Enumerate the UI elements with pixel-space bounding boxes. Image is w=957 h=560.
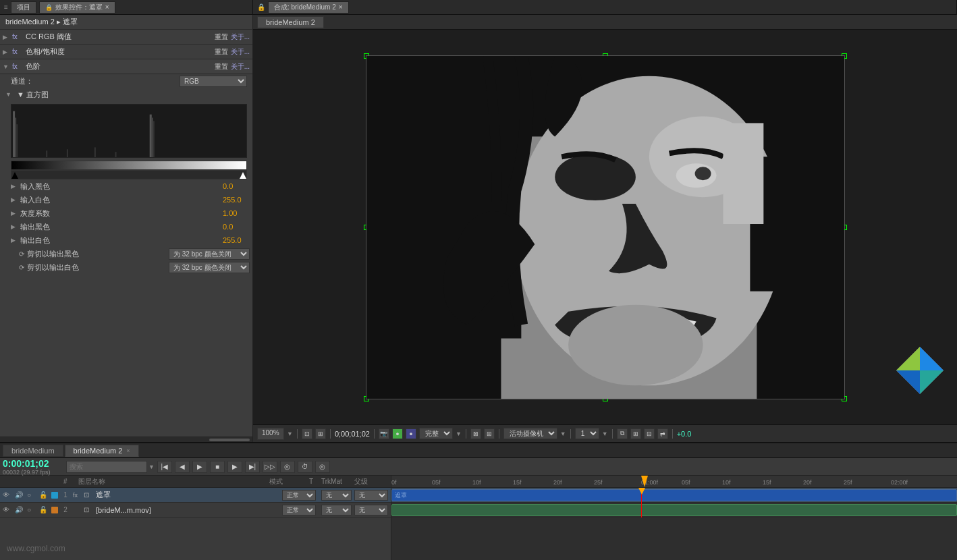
- safe-zones-icon[interactable]: ⊞: [315, 428, 326, 439]
- hue-sat-row[interactable]: ▶ fx 色相/饱和度 重置 关于...: [0, 45, 252, 59]
- comp-view-tab[interactable]: brideMedium 2: [257, 16, 324, 28]
- comp-tab[interactable]: 合成: brideMedium 2 ×: [268, 1, 349, 13]
- quality-arrow[interactable]: ▼: [456, 430, 462, 437]
- layer2-audio[interactable]: 🔊: [15, 506, 24, 513]
- color2-icon[interactable]: ●: [406, 428, 416, 439]
- hue-sat-fx-label: fx: [12, 48, 23, 55]
- camera-arrow[interactable]: ▼: [560, 430, 566, 437]
- levels-about[interactable]: 关于...: [231, 62, 250, 72]
- layer2-clip[interactable]: [391, 504, 957, 516]
- input-slider[interactable]: [11, 170, 247, 179]
- effect-controls-tab[interactable]: 🔒 效果控件：遮罩 ×: [39, 1, 115, 13]
- levels-arrow[interactable]: ▼: [3, 63, 9, 70]
- tool4-icon[interactable]: ⇄: [657, 428, 668, 439]
- search-input[interactable]: [66, 461, 147, 473]
- clip-black-select[interactable]: 为 32 bpc 颜色关闭: [169, 248, 250, 260]
- project-tab[interactable]: 项目: [11, 1, 36, 13]
- color-icon[interactable]: ●: [392, 428, 403, 439]
- layer-2-row[interactable]: 👁 🔊 ○ 🔓 2 ⊡ [brideM...m.mov] 正常 无 无: [0, 503, 391, 517]
- input-white-value[interactable]: 255.0: [223, 196, 250, 204]
- view-select[interactable]: 1: [575, 428, 599, 439]
- cc-rgb-row[interactable]: ▶ fx CC RGB 阈值 重置 关于...: [0, 30, 252, 45]
- view-arrow[interactable]: ▼: [602, 430, 608, 437]
- layer1-lock[interactable]: 🔓: [39, 491, 49, 499]
- fit-icon[interactable]: ⊡: [302, 428, 312, 439]
- hue-sat-about[interactable]: 关于...: [231, 47, 250, 57]
- comp-image-wrapper[interactable]: [366, 55, 845, 399]
- levels-row-header[interactable]: ▼ fx 色阶 重置 关于...: [0, 59, 252, 74]
- histogram-expand-arrow[interactable]: ▼: [5, 91, 11, 98]
- input-white-arrow[interactable]: ▶: [11, 196, 18, 203]
- first-frame-btn[interactable]: |◀: [157, 461, 172, 473]
- layer1-submode[interactable]: 无: [354, 490, 388, 501]
- tool-btn-3[interactable]: ◎: [315, 461, 330, 473]
- tool-btn-2[interactable]: ⏱: [298, 461, 312, 473]
- ram-preview-btn[interactable]: ▷▷: [263, 461, 277, 473]
- clip-black-cycle[interactable]: ⟳: [19, 250, 24, 258]
- clip-white-cycle[interactable]: ⟳: [19, 264, 24, 271]
- layer1-audio[interactable]: 🔊: [15, 491, 24, 499]
- camera-select[interactable]: 活动摄像机: [503, 428, 557, 439]
- layer1-eye[interactable]: 👁: [3, 491, 12, 499]
- quality-select[interactable]: 完整: [419, 428, 453, 439]
- layer2-lock[interactable]: 🔓: [39, 506, 49, 513]
- hue-sat-arrow[interactable]: ▶: [3, 49, 9, 55]
- output-black-arrow[interactable]: ▶: [11, 223, 18, 230]
- output-black-value[interactable]: 0.0: [223, 223, 250, 231]
- layer1-clip[interactable]: 遮罩: [391, 489, 957, 501]
- search-dropdown-arrow[interactable]: ▼: [148, 464, 155, 470]
- input-black-value[interactable]: 0.0: [223, 182, 250, 190]
- levels-reset[interactable]: 重置: [215, 62, 228, 72]
- layer2-clips[interactable]: [391, 503, 957, 517]
- prev-frame-btn[interactable]: ◀: [175, 461, 190, 473]
- layer2-submode[interactable]: 无: [354, 505, 388, 515]
- play-btn[interactable]: ▶: [192, 461, 207, 473]
- layer1-solo[interactable]: ○: [27, 491, 36, 499]
- bride-medium2-tab[interactable]: brideMedium 2 ×: [65, 445, 139, 457]
- output-white-arrow[interactable]: ▶: [11, 237, 18, 244]
- tool2-icon[interactable]: ⊞: [630, 428, 641, 439]
- layer2-name[interactable]: [brideM...m.mov]: [96, 506, 279, 514]
- output-white-row: ▶ 输出白色 255.0: [0, 233, 252, 247]
- cc-rgb-about[interactable]: 关于...: [231, 32, 250, 42]
- output-white-value[interactable]: 255.0: [223, 236, 250, 244]
- svg-marker-28: [920, 347, 944, 370]
- tool1-icon[interactable]: ⧉: [617, 428, 628, 439]
- cc-rgb-reset[interactable]: 重置: [215, 32, 228, 42]
- camera-icon[interactable]: 📷: [379, 428, 389, 439]
- timecode-display[interactable]: 0:00:01;02: [3, 458, 63, 469]
- next-frame-btn[interactable]: ▶: [227, 461, 242, 473]
- layer2-solo[interactable]: ○: [27, 506, 36, 513]
- grid-icon[interactable]: ⊞: [484, 428, 495, 439]
- gamma-arrow[interactable]: ▶: [11, 210, 18, 217]
- zoom-dropdown-arrow[interactable]: ▼: [287, 430, 293, 437]
- layer-1-row[interactable]: 👁 🔊 ○ 🔓 1 fx ⊡ 遮罩 正常 无 无: [0, 488, 391, 503]
- cc-rgb-arrow[interactable]: ▶: [3, 34, 9, 40]
- last-frame-btn[interactable]: ▶|: [245, 461, 260, 473]
- svg-rect-3: [15, 118, 16, 158]
- input-black-arrow[interactable]: ▶: [11, 183, 18, 190]
- close-icon[interactable]: ×: [105, 3, 109, 11]
- gamma-value[interactable]: 1.00: [223, 209, 250, 217]
- channel-select[interactable]: RGB 红色 绿色 蓝色: [180, 76, 247, 87]
- layer1-trkmat[interactable]: 无: [321, 490, 352, 501]
- bride-medium-tab[interactable]: brideMedium: [3, 445, 63, 457]
- layer2-eye[interactable]: 👁: [3, 506, 12, 513]
- layer1-name[interactable]: 遮罩: [96, 490, 279, 500]
- comp-close-icon[interactable]: ×: [339, 3, 343, 11]
- tool3-icon[interactable]: ⊟: [644, 428, 655, 439]
- hue-sat-reset[interactable]: 重置: [215, 47, 228, 57]
- layer2-trkmat[interactable]: 无: [321, 505, 352, 515]
- gradient-bar[interactable]: [11, 161, 247, 170]
- layer1-mode[interactable]: 正常: [282, 490, 316, 501]
- comp-timecode[interactable]: 0;00;01;02: [335, 430, 370, 438]
- layer2-mode[interactable]: 正常: [282, 505, 316, 515]
- zoom-display[interactable]: 100%: [257, 428, 284, 440]
- scroll-thumb[interactable]: [209, 439, 250, 441]
- layer1-clips[interactable]: 遮罩: [391, 488, 957, 503]
- tool-btn-1[interactable]: ◎: [280, 461, 295, 473]
- stop-btn[interactable]: ■: [210, 461, 225, 473]
- clip-white-select[interactable]: 为 32 bpc 颜色关闭: [169, 262, 250, 273]
- transparency-icon[interactable]: ⊠: [470, 428, 481, 439]
- timeline-tab-close[interactable]: ×: [126, 447, 130, 454]
